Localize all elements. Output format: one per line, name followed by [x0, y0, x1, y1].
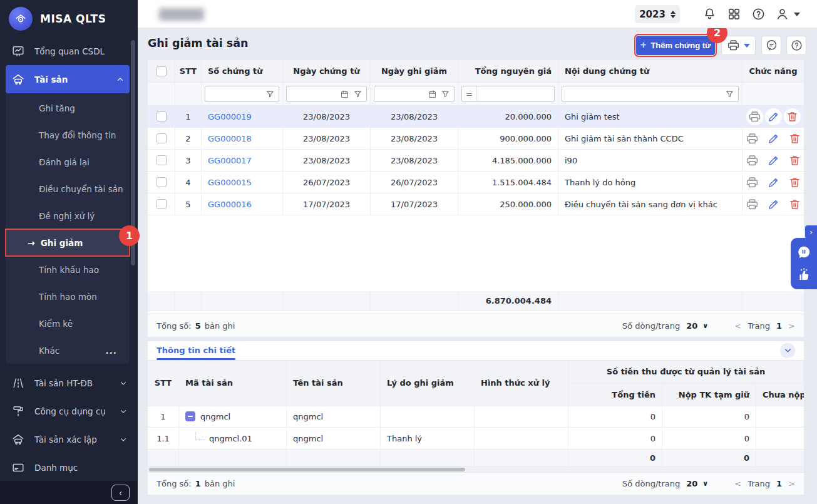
next-page-button[interactable]: > [788, 321, 795, 331]
col-ngay-chung-tu[interactable]: Ngày chứng từ [283, 60, 371, 83]
table-row[interactable]: 1 GG000019 23/08/2023 23/08/2023 20.000.… [148, 106, 804, 128]
year-selector[interactable]: 2023 [635, 5, 680, 23]
add-voucher-button[interactable]: + Thêm chứng từ [636, 36, 715, 55]
page-help-button[interactable] [786, 36, 806, 55]
table-row[interactable]: 2 GG000018 23/08/2023 23/08/2023 900.000… [148, 128, 804, 150]
filter-tong-nguyen-gia-input[interactable]: = [461, 86, 555, 102]
row-delete-icon[interactable] [786, 110, 799, 123]
submenu-item-hao-mon[interactable]: Tính hao mòn [6, 283, 130, 310]
detail-tabbar: Thông tin chi tiết [148, 341, 804, 361]
row-edit-icon[interactable] [767, 132, 780, 145]
sidebar-item-ht-db[interactable]: Tài sản HT-ĐB [0, 369, 138, 397]
filter-so-chung-tu-input[interactable] [205, 86, 279, 102]
per-page-caret-icon[interactable]: ∨ [702, 322, 708, 330]
print-caret-icon[interactable] [744, 44, 750, 48]
row-delete-icon[interactable] [788, 198, 801, 211]
sidebar-item-danh-muc[interactable]: Danh mục [0, 453, 138, 481]
col-ngay-ghi-giam[interactable]: Ngày ghi giảm [371, 60, 458, 83]
detail-row[interactable]: 1 qngmcl qngmcl 0 0 [148, 406, 804, 428]
table-row[interactable]: 4 GG000015 26/07/2023 26/07/2023 1.515.0… [148, 172, 804, 193]
scrollbar-thumb[interactable] [149, 468, 465, 471]
submenu-item-khac[interactable]: Khác ... [6, 337, 130, 364]
widget-expand-tab[interactable]: › [805, 225, 817, 239]
row-print-icon[interactable] [746, 154, 759, 167]
col-ly-do[interactable]: Lý do ghi giảm [381, 361, 475, 406]
row-checkbox[interactable] [157, 177, 167, 187]
assistant-chat-icon[interactable] [796, 245, 811, 260]
submenu-item-kiem-ke[interactable]: Kiểm kê [6, 310, 130, 337]
col-stt[interactable]: STT [148, 361, 179, 406]
col-hinh-thuc[interactable]: Hình thức xử lý [475, 361, 568, 406]
collapse-node-icon[interactable] [185, 411, 195, 421]
col-so-chung-tu[interactable]: Số chứng từ [202, 60, 283, 83]
row-print-icon[interactable] [746, 176, 759, 189]
voucher-link[interactable]: GG000018 [208, 134, 252, 143]
col-nop-tk[interactable]: Nộp TK tạm giữ [662, 384, 756, 406]
submenu-item-ghi-giam-active[interactable]: → Ghi giảm [6, 229, 130, 256]
select-all-checkbox[interactable] [157, 66, 167, 76]
equals-operator[interactable]: = [462, 86, 477, 101]
sidebar-item-xac-lap[interactable]: Tài sản xác lập [0, 425, 138, 453]
list-card-icon [11, 461, 25, 475]
row-checkbox[interactable] [157, 199, 167, 209]
help-icon[interactable] [751, 7, 766, 21]
row-print-icon[interactable] [746, 132, 759, 145]
prev-page-button[interactable]: < [734, 479, 741, 488]
col-chua-nop[interactable]: Chưa nộp T [756, 384, 804, 406]
detail-row[interactable]: 1.1 qngmcl.01 qngmcl Thanh lý 0 0 [148, 428, 804, 450]
voucher-link[interactable]: GG000019 [208, 112, 252, 121]
submenu-item-danh-gia[interactable]: Đánh giá lại [6, 148, 130, 175]
next-page-button[interactable]: > [788, 479, 795, 488]
feedback-button[interactable] [761, 36, 781, 55]
user-menu-caret-icon[interactable] [794, 13, 800, 16]
submenu-item-de-nghi[interactable]: Đề nghị xử lý [6, 202, 130, 229]
row-checkbox[interactable] [157, 133, 167, 143]
rows-per-page-select[interactable]: 20 [686, 321, 697, 331]
voucher-link[interactable]: GG000016 [208, 200, 252, 209]
submenu-item-thay-doi[interactable]: Thay đổi thông tin [6, 121, 130, 148]
rate-thumbs-up-icon[interactable] [796, 267, 811, 282]
sidebar-item-overview[interactable]: Tổng quan CSDL [0, 37, 138, 65]
filter-noi-dung-input[interactable] [562, 86, 739, 102]
bell-icon[interactable] [702, 7, 717, 21]
row-edit-icon[interactable] [767, 110, 780, 123]
col-ten-tai-san[interactable]: Tên tài sản [287, 361, 381, 406]
row-edit-icon[interactable] [767, 154, 780, 167]
voucher-link[interactable]: GG000017 [208, 156, 252, 165]
table-row[interactable]: 3 GG000017 23/08/2023 23/08/2023 4.185.0… [148, 150, 804, 172]
submenu-item-ghi-tang[interactable]: Ghi tăng [6, 95, 130, 121]
filter-ngay-ghi-giam-input[interactable] [374, 86, 455, 102]
col-tong-tien[interactable]: Tổng tiền [568, 384, 662, 406]
row-checkbox[interactable] [157, 155, 167, 165]
print-button[interactable] [721, 36, 756, 55]
col-chuc-nang[interactable]: Chức năng [742, 60, 804, 83]
col-stt[interactable]: STT [175, 60, 202, 83]
per-page-caret-icon[interactable]: ∨ [702, 480, 708, 488]
user-icon[interactable] [775, 7, 789, 21]
col-ma-tai-san[interactable]: Mã tài sản [179, 361, 287, 406]
submenu-item-khau-hao[interactable]: Tính khấu hao [6, 256, 130, 283]
rows-per-page-select[interactable]: 20 [686, 479, 697, 488]
row-print-icon[interactable] [748, 110, 761, 123]
collapse-detail-button[interactable] [780, 343, 795, 358]
row-delete-icon[interactable] [788, 176, 801, 189]
row-print-icon[interactable] [746, 198, 759, 211]
submenu-item-dieu-chuyen[interactable]: Điều chuyển tài sản [6, 175, 130, 202]
row-checkbox[interactable] [157, 111, 167, 121]
sidebar-item-assets[interactable]: Tài sản [6, 65, 130, 93]
collapse-sidebar-button[interactable]: ‹ [111, 485, 130, 501]
col-tong-nguyen-gia[interactable]: Tổng nguyên giá [458, 60, 558, 83]
voucher-link[interactable]: GG000015 [208, 178, 252, 187]
col-noi-dung[interactable]: Nội dung chứng từ [558, 60, 742, 83]
tab-detail-info[interactable]: Thông tin chi tiết [157, 341, 235, 360]
row-edit-icon[interactable] [767, 198, 780, 211]
row-delete-icon[interactable] [788, 132, 801, 145]
row-edit-icon[interactable] [767, 176, 780, 189]
table-row[interactable]: 5 GG000016 17/07/2023 17/07/2023 250.000… [148, 193, 804, 215]
sidebar-item-ccdc[interactable]: Công cụ dụng cụ [0, 397, 138, 425]
filter-ngay-chung-tu-input[interactable] [286, 86, 367, 102]
prev-page-button[interactable]: < [734, 321, 741, 331]
apps-grid-icon[interactable] [727, 7, 741, 21]
row-delete-icon[interactable] [788, 154, 801, 167]
year-spinner-icon[interactable] [671, 11, 676, 18]
